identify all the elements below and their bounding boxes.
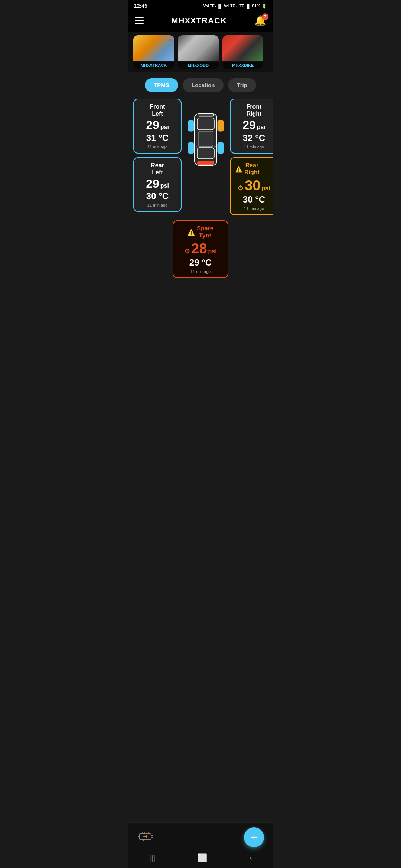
tire-card-rear-right[interactable]: ⚠️ RearRight ⚙ 30 psi 30 °C 11 min ago xyxy=(230,157,273,215)
tire-alert-icon: ⚙ xyxy=(238,184,244,192)
front-right-time: 11 min ago xyxy=(235,145,273,149)
front-right-pressure: 29 xyxy=(242,119,256,132)
tab-trip[interactable]: Trip xyxy=(228,78,256,92)
rear-left-time: 11 min ago xyxy=(138,203,176,207)
svg-rect-7 xyxy=(218,142,224,154)
front-left-pressure: 29 xyxy=(146,119,159,132)
notification-badge: 7 xyxy=(262,13,268,20)
front-right-name: FrontRight xyxy=(235,103,273,117)
favorite-icon: ♥ xyxy=(169,37,172,43)
rear-right-temp: 30 °C xyxy=(235,194,273,205)
status-time: 12:45 xyxy=(134,3,147,9)
rear-right-pressure-row: ⚙ 30 psi xyxy=(235,178,273,194)
app-title: MHXXTRACK xyxy=(171,16,227,26)
tab-location[interactable]: Location xyxy=(183,78,224,92)
spare-time: 11 min ago xyxy=(178,269,223,274)
spare-tire-icon: ⚙ xyxy=(184,247,190,255)
rear-right-warning-row: ⚠️ RearRight xyxy=(235,162,273,177)
front-left-unit: psi xyxy=(160,124,169,131)
tab-tpms[interactable]: TPMS xyxy=(145,78,178,92)
vehicle-card-mhxxtrack[interactable]: ♥ MHXXTRACK xyxy=(133,35,174,69)
header: MHXXTRACK 🔔 7 xyxy=(128,10,273,32)
vehicle-label-mhxxbike: MHXXBIKE xyxy=(222,62,263,69)
svg-rect-2 xyxy=(197,148,214,159)
tire-card-spare[interactable]: ⚠️ SpareTyre ⚙ 28 psi 29 °C 11 min ago xyxy=(173,220,228,278)
spare-pressure-row: ⚙ 28 psi xyxy=(178,241,223,257)
notification-button[interactable]: 🔔 7 xyxy=(254,15,266,26)
front-right-temp: 32 °C xyxy=(235,133,273,143)
spare-temp: 29 °C xyxy=(178,257,223,268)
vehicle-card-mhxxbike[interactable]: MHXXBIKE xyxy=(222,35,263,69)
rear-right-time: 11 min ago xyxy=(235,206,273,211)
rear-right-unit: psi xyxy=(262,185,270,192)
tire-card-front-left[interactable]: FrontLeft 29 psi 31 °C 11 min ago xyxy=(133,99,182,154)
spare-unit: psi xyxy=(208,248,217,255)
front-left-temp: 31 °C xyxy=(138,133,176,143)
front-right-unit: psi xyxy=(257,124,265,131)
svg-rect-9 xyxy=(218,120,224,131)
front-right-pressure-row: 29 psi xyxy=(235,119,273,132)
rear-left-temp: 30 °C xyxy=(138,191,176,201)
vehicle-card-mhxxobd[interactable]: MHXXOBD xyxy=(178,35,219,69)
spare-pressure: 28 xyxy=(191,241,207,257)
vehicle-carousel: ♥ MHXXTRACK MHXXOBD MHXXBIKE xyxy=(128,32,273,72)
menu-button[interactable] xyxy=(135,17,144,24)
svg-rect-3 xyxy=(198,131,213,146)
status-bar: 12:45 VoLTE₁ ▐▌ VoLTE₂ LTE ▐▌ 81% 🔋 xyxy=(128,0,273,10)
spare-name: SpareTyre xyxy=(197,225,213,239)
svg-rect-4 xyxy=(198,161,214,165)
tabs-section: TPMS Location Trip xyxy=(128,72,273,95)
svg-rect-6 xyxy=(188,142,194,154)
vehicle-label-mhxxtrack: MHXXTRACK xyxy=(133,62,174,69)
svg-rect-5 xyxy=(198,114,214,116)
signal-lte2: VoLTE₂ LTE ▐▌ xyxy=(224,4,251,8)
rear-right-name: RearRight xyxy=(244,162,260,176)
tire-card-front-right[interactable]: FrontRight 29 psi 32 °C 11 min ago xyxy=(230,99,273,154)
spare-warning-icon: ⚠️ xyxy=(188,229,195,236)
rear-left-name: RearLeft xyxy=(138,162,176,176)
rear-left-unit: psi xyxy=(160,183,169,189)
tpms-grid: FrontLeft 29 psi 31 °C 11 min ago xyxy=(133,99,268,215)
front-left-time: 11 min ago xyxy=(138,145,176,149)
svg-rect-8 xyxy=(188,120,194,131)
front-left-name: FrontLeft xyxy=(138,103,176,117)
warning-triangle-icon: ⚠️ xyxy=(235,166,242,173)
front-left-pressure-row: 29 psi xyxy=(138,119,176,132)
battery-icon: 🔋 xyxy=(262,4,267,9)
rear-left-pressure: 29 xyxy=(146,177,159,190)
rear-right-pressure: 30 xyxy=(245,178,260,194)
svg-rect-1 xyxy=(197,118,214,130)
battery-level: 81% xyxy=(252,4,260,8)
tpms-section: FrontLeft 29 psi 31 °C 11 min ago xyxy=(128,95,273,323)
spare-warning-row: ⚠️ SpareTyre xyxy=(178,225,223,240)
vehicle-label-mhxxobd: MHXXOBD xyxy=(178,62,219,69)
car-diagram xyxy=(185,102,226,177)
tire-card-rear-left[interactable]: RearLeft 29 psi 30 °C 11 min ago xyxy=(133,157,182,212)
rear-left-pressure-row: 29 psi xyxy=(138,177,176,190)
signal-lte1: VoLTE₁ ▐▌ xyxy=(203,4,222,8)
spare-row: ⚠️ SpareTyre ⚙ 28 psi 29 °C 11 min ago xyxy=(133,217,268,278)
status-right: VoLTE₁ ▐▌ VoLTE₂ LTE ▐▌ 81% 🔋 xyxy=(203,4,267,9)
